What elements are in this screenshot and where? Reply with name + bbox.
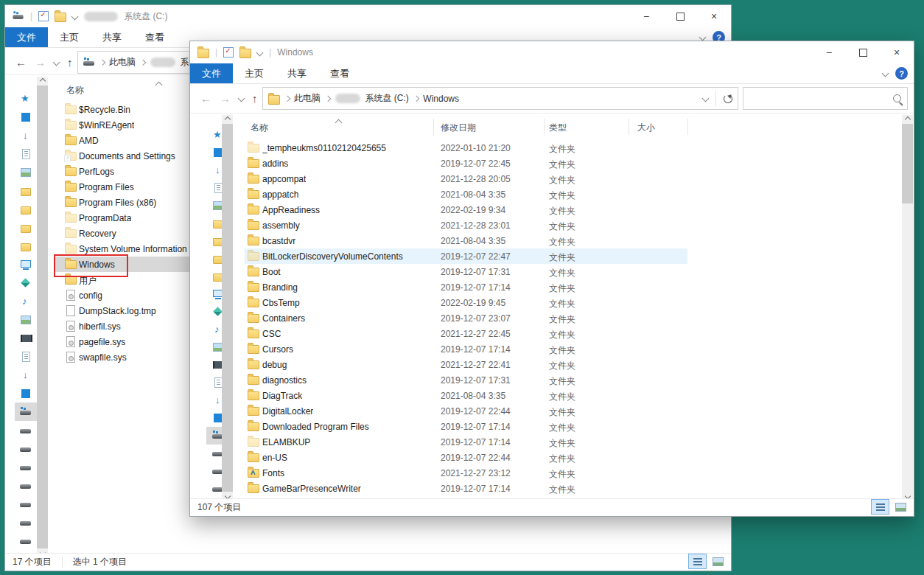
nav-rail-item[interactable]: [15, 329, 37, 347]
tab-share[interactable]: 共享: [91, 27, 133, 47]
nav-rail-item[interactable]: [15, 458, 37, 476]
nav-rail-item[interactable]: [15, 89, 37, 108]
recent-locations-icon[interactable]: [238, 95, 245, 102]
scroll-down-icon[interactable]: [904, 493, 910, 498]
file-row[interactable]: swapfile.sys: [55, 349, 195, 365]
file-row[interactable]: hiberfil.sys: [55, 318, 195, 334]
column-header-name[interactable]: 名称: [251, 122, 268, 134]
file-row[interactable]: config: [55, 288, 195, 303]
scroll-up-icon[interactable]: [39, 78, 45, 84]
file-row[interactable]: debug 2021-12-27 22:41 文件夹: [245, 357, 687, 372]
file-row[interactable]: DumpStack.log.tmp: [55, 303, 195, 318]
file-row[interactable]: en-US 2019-12-07 22:44 文件夹: [245, 450, 687, 465]
file-row[interactable]: CbsTemp 2022-02-19 9:45 文件夹: [245, 295, 687, 310]
file-row[interactable]: DigitalLocker 2019-12-07 22:44 文件夹: [245, 403, 687, 419]
scroll-up-icon[interactable]: [224, 116, 230, 122]
file-row[interactable]: $WinREAgent: [55, 117, 195, 133]
file-row[interactable]: Cursors 2019-12-07 17:14 文件夹: [245, 341, 687, 357]
column-divider[interactable]: [433, 119, 434, 135]
back-button[interactable]: ←: [200, 92, 211, 105]
up-button[interactable]: ↑: [252, 92, 258, 105]
nav-rail-item[interactable]: [15, 200, 37, 218]
scroll-down-icon[interactable]: [224, 493, 230, 498]
nav-rail-item[interactable]: [15, 476, 37, 495]
address-breadcrumb[interactable]: 此电脑 系统盘 (C:) Windows: [262, 87, 739, 110]
expand-ribbon-icon[interactable]: [882, 70, 889, 77]
file-row[interactable]: Branding 2019-12-07 17:14 文件夹: [245, 279, 687, 295]
qat-dropdown-icon[interactable]: [71, 13, 79, 20]
column-divider[interactable]: [687, 119, 688, 135]
file-row[interactable]: Recovery: [55, 226, 195, 241]
back-button[interactable]: ←: [15, 56, 27, 69]
nav-rail-item[interactable]: [15, 144, 37, 163]
file-row[interactable]: Downloaded Program Files 2019-12-07 17:1…: [245, 419, 687, 434]
nav-pane-scrollbar[interactable]: [222, 115, 233, 498]
file-row[interactable]: DiagTrack 2021-08-04 3:35 文件夹: [245, 388, 687, 403]
recent-locations-icon[interactable]: [53, 59, 60, 66]
tab-view[interactable]: 查看: [318, 63, 361, 83]
file-row[interactable]: Boot 2019-12-07 17:31 文件夹: [245, 264, 687, 279]
new-folder-icon[interactable]: [239, 49, 251, 58]
details-view-button[interactable]: [871, 499, 889, 515]
file-row[interactable]: ELAMBKUP 2019-12-07 17:14 文件夹: [245, 434, 687, 450]
nav-rail-item[interactable]: [15, 402, 37, 421]
tab-file[interactable]: 文件: [5, 27, 48, 47]
breadcrumb-this-pc[interactable]: 此电脑: [109, 56, 136, 69]
file-row[interactable]: pagefile.sys: [55, 334, 195, 349]
maximize-button[interactable]: [846, 41, 880, 63]
column-header-type[interactable]: 类型: [549, 122, 567, 134]
file-list-scrollbar[interactable]: [902, 115, 913, 498]
scrollbar-thumb[interactable]: [222, 124, 233, 492]
file-row[interactable]: assembly 2021-12-28 23:01 文件夹: [245, 217, 687, 233]
file-row[interactable]: $Recycle.Bin: [55, 102, 195, 117]
nav-rail-item[interactable]: [15, 421, 37, 439]
up-button[interactable]: ↑: [67, 56, 73, 69]
file-row[interactable]: AMD: [55, 133, 195, 148]
file-row[interactable]: GameBarPresenceWriter 2019-12-07 17:14 文…: [245, 481, 687, 496]
details-view-button[interactable]: [688, 554, 707, 569]
nav-rail-item[interactable]: [15, 237, 37, 255]
titlebar[interactable]: | 系统盘 (C:) − ×: [5, 5, 731, 27]
file-row[interactable]: BitLockerDiscoveryVolumeContents 2019-12…: [245, 248, 687, 264]
scrollbar-thumb[interactable]: [902, 124, 913, 203]
tab-file[interactable]: 文件: [190, 63, 233, 83]
column-divider[interactable]: [629, 119, 629, 135]
column-header-name[interactable]: 名称: [66, 84, 84, 97]
tab-share[interactable]: 共享: [276, 63, 318, 83]
nav-rail-item[interactable]: [15, 218, 37, 237]
breadcrumb-this-pc[interactable]: 此电脑: [294, 92, 321, 105]
nav-rail-item[interactable]: [15, 495, 37, 513]
titlebar[interactable]: | | Windows − ×: [190, 41, 914, 63]
close-button[interactable]: ×: [880, 41, 914, 63]
tab-home[interactable]: 主页: [233, 63, 276, 83]
expand-ribbon-icon[interactable]: [699, 34, 707, 41]
nav-rail-item[interactable]: [15, 255, 37, 273]
file-row[interactable]: appcompat 2021-12-28 20:05 文件夹: [245, 171, 687, 187]
column-header-date[interactable]: 修改日期: [441, 122, 476, 134]
breadcrumb-folder[interactable]: Windows: [423, 94, 459, 104]
qat-dropdown-icon[interactable]: [256, 49, 264, 56]
forward-button[interactable]: →: [220, 92, 231, 105]
nav-rail-item[interactable]: [15, 513, 37, 532]
thumbnails-view-button[interactable]: [892, 499, 910, 515]
breadcrumb-drive[interactable]: 系统盘 (C:): [365, 92, 409, 105]
close-button[interactable]: ×: [697, 5, 731, 27]
file-row[interactable]: AppReadiness 2022-02-19 9:34 文件夹: [245, 202, 687, 217]
file-row[interactable]: Program Files (x86): [55, 195, 195, 210]
column-divider[interactable]: [544, 119, 545, 135]
file-row[interactable]: CSC 2021-12-27 22:45 文件夹: [245, 326, 687, 341]
file-row[interactable]: Containers 2019-12-07 23:07 文件夹: [245, 310, 687, 326]
tab-home[interactable]: 主页: [48, 27, 91, 47]
forward-button[interactable]: →: [35, 56, 46, 69]
address-dropdown-icon[interactable]: [702, 95, 710, 102]
new-folder-icon[interactable]: [55, 13, 66, 22]
tab-view[interactable]: 查看: [133, 27, 176, 47]
file-row[interactable]: PerfLogs: [55, 164, 195, 179]
file-row[interactable]: _tempheukms01102120425655 2022-01-10 21:…: [245, 140, 687, 156]
scrollbar-thumb[interactable]: [37, 86, 48, 548]
search-input[interactable]: [749, 93, 889, 105]
search-icon[interactable]: [893, 94, 901, 102]
file-row[interactable]: ProgramData: [55, 210, 195, 226]
properties-checkbox-icon[interactable]: [38, 11, 49, 21]
nav-rail-item[interactable]: [15, 108, 37, 126]
